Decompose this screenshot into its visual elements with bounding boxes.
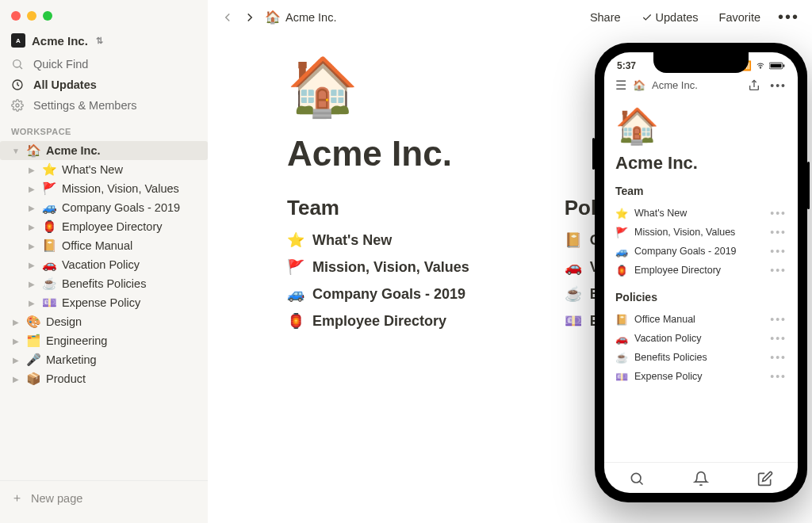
link-emoji-icon: 🚙 [287,285,304,303]
phone-item-more-icon[interactable]: ••• [770,332,787,345]
team-heading: Team [287,196,469,220]
tree-child[interactable]: ▶🚩Mission, Vision, Values [0,179,208,198]
settings-members[interactable]: Settings & Members [0,95,208,116]
tree-child-label: Benefits Policies [62,277,146,290]
all-updates[interactable]: All Updates [0,74,208,95]
phone-page-icon[interactable]: 🏠 [615,105,787,147]
phone-page-title[interactable]: Acme Inc. [615,153,787,174]
svg-point-3 [16,104,19,107]
page-emoji-icon: ☕ [41,277,57,291]
phone-list-item[interactable]: 🚗Vacation Policy••• [615,329,787,348]
phone-time: 5:37 [617,60,636,71]
updates-label: Updates [656,11,699,24]
quick-find[interactable]: Quick Find [0,54,208,74]
tree-child[interactable]: ▶💷Expense Policy [0,293,208,312]
page-emoji-icon: 🎨 [25,315,41,329]
link-emoji-icon: ⭐ [287,231,304,249]
minimize-window-button[interactable] [27,11,36,21]
gear-icon [11,99,25,112]
phone-more-button[interactable]: ••• [770,79,787,92]
tree-sibling[interactable]: ▶📦Product [0,369,208,388]
page-emoji-icon: ⭐ [41,162,57,177]
phone-list-item[interactable]: 💷Expense Policy••• [615,367,787,386]
maximize-window-button[interactable] [43,11,52,21]
tree-child[interactable]: ▶📔Office Manual [0,236,208,255]
phone-crumb-emoji-icon: 🏠 [633,79,645,91]
tree-child[interactable]: ▶☕Benefits Policies [0,274,208,293]
phone-item-emoji-icon: ⭐ [615,208,628,220]
chevron-right-icon[interactable]: ▶ [11,318,21,326]
phone-list-item[interactable]: 🏮Employee Directory••• [615,261,787,280]
chevron-right-icon[interactable]: ▶ [27,261,36,269]
phone-item-more-icon[interactable]: ••• [770,226,787,239]
tree-child[interactable]: ▶🚗Vacation Policy [0,255,208,274]
phone-updates-tab[interactable] [693,471,709,487]
svg-line-10 [639,482,642,485]
workspace-switcher[interactable]: A Acme Inc. ⇅ [0,32,208,54]
chevron-right-icon[interactable]: ▶ [27,185,36,193]
team-link[interactable]: 🚙Company Goals - 2019 [287,285,469,303]
phone-item-emoji-icon: 🚗 [615,333,628,345]
svg-rect-6 [771,64,782,68]
phone-list-item[interactable]: ⭐What's New••• [615,204,787,223]
new-page-button[interactable]: ＋ New page [0,480,208,515]
favorite-button[interactable]: Favorite [719,11,760,24]
tree-child[interactable]: ▶⭐What's New [0,160,208,179]
phone-list-item[interactable]: ☕Benefits Policies••• [615,348,787,367]
phone-item-more-icon[interactable]: ••• [770,313,787,326]
phone-item-emoji-icon: 🏮 [615,265,628,277]
topbar: 🏠 Acme Inc. Share Updates Favorite ••• [208,0,812,34]
nav-forward-button[interactable] [243,10,257,25]
more-menu-button[interactable]: ••• [778,8,799,26]
link-label: What's New [312,232,392,249]
phone-item-more-icon[interactable]: ••• [770,351,787,364]
page-emoji-icon: 🚩 [41,181,57,196]
phone-search-tab[interactable] [629,471,645,487]
chevron-right-icon[interactable]: ▶ [27,204,36,212]
tree-sibling[interactable]: ▶🗂️Engineering [0,331,208,350]
chevron-right-icon[interactable]: ▶ [11,356,21,365]
chevron-right-icon[interactable]: ▶ [27,299,36,307]
chevron-right-icon[interactable]: ▶ [27,280,36,288]
tree-child[interactable]: ▶🏮Employee Directory [0,217,208,236]
phone-list-item[interactable]: 📔Office Manual••• [615,310,787,329]
chevron-right-icon[interactable]: ▶ [27,242,36,250]
svg-line-1 [20,67,22,69]
tree-child-label: Mission, Vision, Values [62,182,179,195]
hamburger-icon[interactable]: ☰ [615,78,626,93]
phone-compose-tab[interactable] [757,471,773,487]
tree-sibling[interactable]: ▶🎤Marketing [0,350,208,369]
phone-item-more-icon[interactable]: ••• [770,245,787,258]
breadcrumb[interactable]: 🏠 Acme Inc. [265,10,336,25]
chevron-right-icon[interactable]: ▶ [27,223,36,231]
phone-item-label: Employee Directory [634,265,721,276]
team-link[interactable]: 🏮Employee Directory [287,312,469,330]
phone-crumb-label: Acme Inc. [652,79,698,91]
window-controls [0,8,208,32]
chevron-down-icon[interactable]: ▼ [11,147,21,155]
phone-item-more-icon[interactable]: ••• [770,207,787,220]
tree-child[interactable]: ▶🚙Company Goals - 2019 [0,198,208,217]
close-window-button[interactable] [11,11,21,21]
nav-back-button[interactable] [220,10,235,25]
tree-sibling[interactable]: ▶🎨Design [0,312,208,331]
phone-list-item[interactable]: 🚩Mission, Vision, Values••• [615,223,787,242]
phone-item-more-icon[interactable]: ••• [770,264,787,277]
link-label: Employee Directory [312,313,446,330]
share-icon[interactable] [748,79,760,92]
phone-item-more-icon[interactable]: ••• [770,370,787,383]
team-link[interactable]: 🚩Mission, Vision, Values [287,258,469,276]
team-link[interactable]: ⭐What's New [287,231,469,249]
chevron-right-icon[interactable]: ▶ [11,337,21,345]
chevron-right-icon[interactable]: ▶ [27,166,36,174]
phone-list-item[interactable]: 🚙Company Goals - 2019••• [615,242,787,261]
tree-root-acme[interactable]: ▼ 🏠 Acme Inc. [0,141,208,160]
chevron-right-icon[interactable]: ▶ [11,375,21,384]
plus-icon: ＋ [11,491,23,506]
link-emoji-icon: ☕ [565,285,582,303]
updates-button[interactable]: Updates [642,11,699,24]
tree-sibling-label: Product [46,372,86,385]
share-button[interactable]: Share [590,11,621,24]
phone-item-label: What's New [634,208,687,219]
tree-child-label: Vacation Policy [62,258,140,271]
